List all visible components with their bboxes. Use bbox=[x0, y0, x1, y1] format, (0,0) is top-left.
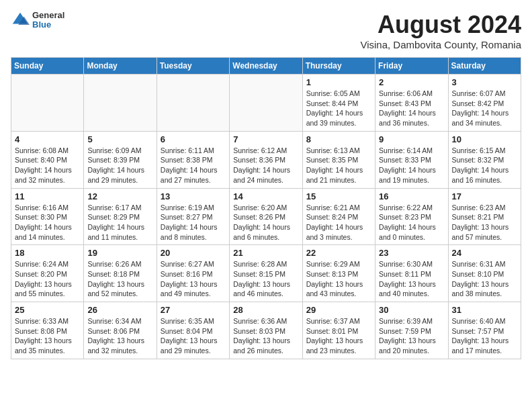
day-number: 26 bbox=[87, 305, 152, 315]
logo-general: General bbox=[32, 11, 64, 20]
calendar-cell: 1Sunrise: 6:05 AMSunset: 8:44 PMDaylight… bbox=[302, 75, 375, 132]
day-info: Sunrise: 6:37 AMSunset: 8:01 PMDaylight:… bbox=[306, 316, 371, 356]
calendar-cell: 10Sunrise: 6:15 AMSunset: 8:32 PMDayligh… bbox=[448, 131, 521, 188]
day-number: 27 bbox=[161, 305, 226, 315]
day-info: Sunrise: 6:28 AMSunset: 8:15 PMDaylight:… bbox=[233, 259, 298, 299]
subtitle: Visina, Dambovita County, Romania bbox=[360, 39, 521, 50]
calendar-cell: 26Sunrise: 6:34 AMSunset: 8:06 PMDayligh… bbox=[84, 302, 157, 359]
weekday-header-monday: Monday bbox=[84, 58, 157, 75]
day-info: Sunrise: 6:19 AMSunset: 8:27 PMDaylight:… bbox=[161, 203, 226, 242]
day-info: Sunrise: 6:22 AMSunset: 8:23 PMDaylight:… bbox=[379, 203, 444, 242]
day-info: Sunrise: 6:20 AMSunset: 8:26 PMDaylight:… bbox=[233, 203, 298, 242]
day-info: Sunrise: 6:23 AMSunset: 8:21 PMDaylight:… bbox=[452, 203, 517, 242]
calendar-cell: 13Sunrise: 6:19 AMSunset: 8:27 PMDayligh… bbox=[157, 188, 229, 245]
day-number: 31 bbox=[452, 305, 517, 315]
day-number: 21 bbox=[233, 248, 298, 258]
day-number: 10 bbox=[452, 134, 517, 144]
weekday-header-wednesday: Wednesday bbox=[230, 58, 302, 75]
day-info: Sunrise: 6:07 AMSunset: 8:42 PMDaylight:… bbox=[452, 89, 517, 128]
day-number: 2 bbox=[379, 77, 444, 87]
calendar-cell: 15Sunrise: 6:21 AMSunset: 8:24 PMDayligh… bbox=[302, 188, 375, 245]
day-number: 30 bbox=[379, 305, 444, 315]
day-number: 11 bbox=[15, 191, 80, 201]
weekday-header-sunday: Sunday bbox=[11, 58, 84, 75]
calendar-cell bbox=[230, 75, 302, 132]
weekday-header-friday: Friday bbox=[375, 58, 448, 75]
day-info: Sunrise: 6:08 AMSunset: 8:40 PMDaylight:… bbox=[15, 146, 80, 185]
day-number: 14 bbox=[233, 191, 298, 201]
calendar-cell: 4Sunrise: 6:08 AMSunset: 8:40 PMDaylight… bbox=[11, 131, 84, 188]
day-info: Sunrise: 6:33 AMSunset: 8:08 PMDaylight:… bbox=[15, 316, 80, 356]
calendar-cell: 28Sunrise: 6:36 AMSunset: 8:03 PMDayligh… bbox=[230, 302, 302, 359]
day-info: Sunrise: 6:36 AMSunset: 8:03 PMDaylight:… bbox=[233, 316, 298, 356]
calendar-week-3: 11Sunrise: 6:16 AMSunset: 8:30 PMDayligh… bbox=[11, 188, 521, 245]
calendar-table: SundayMondayTuesdayWednesdayThursdayFrid… bbox=[11, 57, 521, 359]
day-number: 18 bbox=[15, 248, 80, 258]
header: General Blue August 2024 Visina, Dambovi… bbox=[11, 11, 521, 50]
calendar-cell: 31Sunrise: 6:40 AMSunset: 7:57 PMDayligh… bbox=[448, 302, 521, 359]
day-number: 22 bbox=[306, 248, 371, 258]
calendar-cell: 19Sunrise: 6:26 AMSunset: 8:18 PMDayligh… bbox=[84, 245, 157, 302]
day-number: 23 bbox=[379, 248, 444, 258]
calendar-cell: 12Sunrise: 6:17 AMSunset: 8:29 PMDayligh… bbox=[84, 188, 157, 245]
calendar-cell: 3Sunrise: 6:07 AMSunset: 8:42 PMDaylight… bbox=[448, 75, 521, 132]
calendar-cell: 9Sunrise: 6:14 AMSunset: 8:33 PMDaylight… bbox=[375, 131, 448, 188]
weekday-header-tuesday: Tuesday bbox=[157, 58, 229, 75]
day-number: 20 bbox=[161, 248, 226, 258]
day-info: Sunrise: 6:30 AMSunset: 8:11 PMDaylight:… bbox=[379, 259, 444, 299]
calendar-cell: 2Sunrise: 6:06 AMSunset: 8:43 PMDaylight… bbox=[375, 75, 448, 132]
day-info: Sunrise: 6:14 AMSunset: 8:33 PMDaylight:… bbox=[379, 146, 444, 185]
calendar-cell: 27Sunrise: 6:35 AMSunset: 8:04 PMDayligh… bbox=[157, 302, 229, 359]
calendar-cell bbox=[84, 75, 157, 132]
logo-blue: Blue bbox=[32, 20, 64, 30]
calendar-cell: 23Sunrise: 6:30 AMSunset: 8:11 PMDayligh… bbox=[375, 245, 448, 302]
day-info: Sunrise: 6:26 AMSunset: 8:18 PMDaylight:… bbox=[87, 259, 152, 299]
day-info: Sunrise: 6:11 AMSunset: 8:38 PMDaylight:… bbox=[161, 146, 226, 185]
day-number: 5 bbox=[87, 134, 152, 144]
calendar-cell: 30Sunrise: 6:39 AMSunset: 7:59 PMDayligh… bbox=[375, 302, 448, 359]
day-info: Sunrise: 6:24 AMSunset: 8:20 PMDaylight:… bbox=[15, 259, 80, 299]
day-info: Sunrise: 6:06 AMSunset: 8:43 PMDaylight:… bbox=[379, 89, 444, 128]
day-number: 6 bbox=[161, 134, 226, 144]
day-number: 15 bbox=[306, 191, 371, 201]
calendar-week-4: 18Sunrise: 6:24 AMSunset: 8:20 PMDayligh… bbox=[11, 245, 521, 302]
day-number: 28 bbox=[233, 305, 298, 315]
day-number: 17 bbox=[452, 191, 517, 201]
day-info: Sunrise: 6:35 AMSunset: 8:04 PMDaylight:… bbox=[161, 316, 226, 356]
calendar-cell: 14Sunrise: 6:20 AMSunset: 8:26 PMDayligh… bbox=[230, 188, 302, 245]
day-number: 1 bbox=[306, 77, 371, 87]
calendar-cell: 22Sunrise: 6:29 AMSunset: 8:13 PMDayligh… bbox=[302, 245, 375, 302]
day-info: Sunrise: 6:16 AMSunset: 8:30 PMDaylight:… bbox=[15, 203, 80, 242]
day-info: Sunrise: 6:34 AMSunset: 8:06 PMDaylight:… bbox=[87, 316, 152, 356]
calendar-cell: 29Sunrise: 6:37 AMSunset: 8:01 PMDayligh… bbox=[302, 302, 375, 359]
day-number: 4 bbox=[15, 134, 80, 144]
day-number: 3 bbox=[452, 77, 517, 87]
day-info: Sunrise: 6:27 AMSunset: 8:16 PMDaylight:… bbox=[161, 259, 226, 299]
day-info: Sunrise: 6:31 AMSunset: 8:10 PMDaylight:… bbox=[452, 259, 517, 299]
calendar-cell: 25Sunrise: 6:33 AMSunset: 8:08 PMDayligh… bbox=[11, 302, 84, 359]
calendar-cell: 11Sunrise: 6:16 AMSunset: 8:30 PMDayligh… bbox=[11, 188, 84, 245]
calendar-cell: 17Sunrise: 6:23 AMSunset: 8:21 PMDayligh… bbox=[448, 188, 521, 245]
day-number: 29 bbox=[306, 305, 371, 315]
day-info: Sunrise: 6:29 AMSunset: 8:13 PMDaylight:… bbox=[306, 259, 371, 299]
calendar-cell: 16Sunrise: 6:22 AMSunset: 8:23 PMDayligh… bbox=[375, 188, 448, 245]
calendar-cell: 24Sunrise: 6:31 AMSunset: 8:10 PMDayligh… bbox=[448, 245, 521, 302]
calendar-cell: 18Sunrise: 6:24 AMSunset: 8:20 PMDayligh… bbox=[11, 245, 84, 302]
calendar-cell bbox=[11, 75, 84, 132]
calendar-week-5: 25Sunrise: 6:33 AMSunset: 8:08 PMDayligh… bbox=[11, 302, 521, 359]
day-info: Sunrise: 6:17 AMSunset: 8:29 PMDaylight:… bbox=[87, 203, 152, 242]
day-number: 25 bbox=[15, 305, 80, 315]
day-info: Sunrise: 6:13 AMSunset: 8:35 PMDaylight:… bbox=[306, 146, 371, 185]
day-info: Sunrise: 6:21 AMSunset: 8:24 PMDaylight:… bbox=[306, 203, 371, 242]
day-number: 9 bbox=[379, 134, 444, 144]
day-number: 19 bbox=[87, 248, 152, 258]
calendar-cell: 5Sunrise: 6:09 AMSunset: 8:39 PMDaylight… bbox=[84, 131, 157, 188]
day-info: Sunrise: 6:09 AMSunset: 8:39 PMDaylight:… bbox=[87, 146, 152, 185]
title-area: August 2024 Visina, Dambovita County, Ro… bbox=[360, 11, 521, 50]
logo: General Blue bbox=[11, 11, 64, 30]
logo-icon bbox=[11, 11, 30, 30]
day-info: Sunrise: 6:15 AMSunset: 8:32 PMDaylight:… bbox=[452, 146, 517, 185]
day-number: 24 bbox=[452, 248, 517, 258]
day-info: Sunrise: 6:39 AMSunset: 7:59 PMDaylight:… bbox=[379, 316, 444, 356]
calendar-cell: 8Sunrise: 6:13 AMSunset: 8:35 PMDaylight… bbox=[302, 131, 375, 188]
